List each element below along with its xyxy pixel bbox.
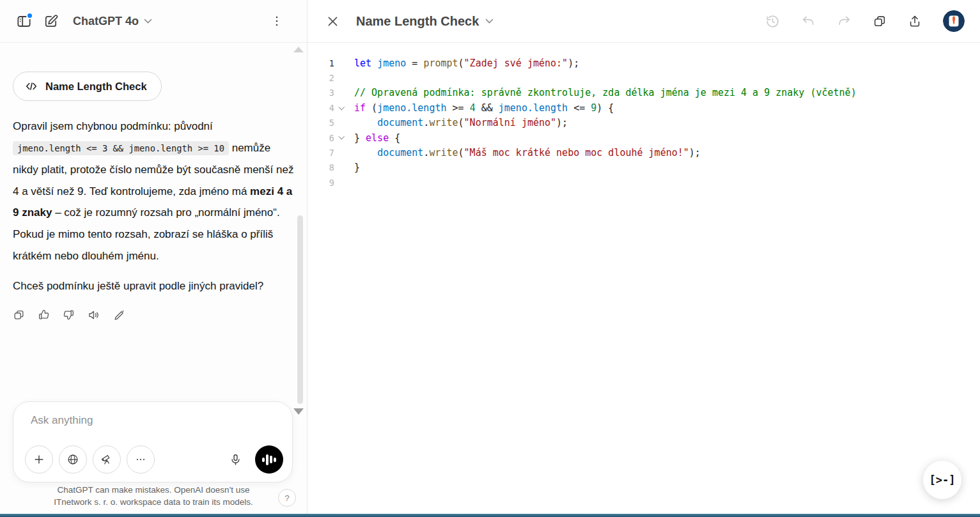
new-chat-icon (43, 13, 59, 29)
code-text: document.write("Máš moc krátké nebo moc … (354, 147, 701, 158)
edit-in-canvas-button[interactable] (113, 309, 126, 321)
chevron-down-icon (144, 19, 152, 24)
waveform-bar (270, 456, 272, 463)
chevron-down-icon (485, 19, 494, 24)
message-text: Opravil jsem chybnou podmínku: původní (13, 120, 213, 132)
code-text: } (354, 162, 360, 173)
code-text: if (jmeno.length >= 4 && jmeno.length <=… (354, 102, 614, 114)
code-text: } else { (354, 132, 400, 144)
chat-panel: ChatGPT 4o Name Length Check (0, 0, 307, 514)
attach-button[interactable] (25, 445, 53, 474)
code-line[interactable]: 3// Opravená podmínka: správně zkontrolu… (318, 86, 980, 100)
code-line[interactable]: 9 (318, 175, 980, 190)
scrollbar-thumb[interactable] (297, 215, 303, 404)
close-icon (326, 15, 339, 28)
close-canvas-button[interactable] (326, 15, 339, 28)
chat-header: ChatGPT 4o (0, 0, 307, 43)
canvas-card-button[interactable]: Name Length Check (13, 72, 162, 101)
console-button[interactable]: [>-] (923, 461, 961, 499)
model-selector[interactable]: ChatGPT 4o (73, 15, 152, 28)
history-icon (765, 14, 780, 29)
conversation-options-button[interactable] (270, 14, 284, 28)
line-number: 8 (318, 162, 334, 173)
canvas-title: Name Length Check (356, 14, 479, 29)
notification-dot (26, 12, 33, 19)
share-button[interactable] (908, 14, 922, 28)
message-text: – což je rozumný rozsah pro „normální jm… (13, 206, 280, 261)
chat-input[interactable] (31, 414, 275, 427)
plus-icon (33, 453, 45, 466)
composer (13, 401, 293, 482)
code-editor[interactable]: 1let jmeno = prompt("Zadej své jméno:");… (307, 43, 980, 190)
line-number: 7 (318, 148, 334, 158)
redo-icon (837, 14, 852, 29)
line-number: 6 (318, 133, 334, 143)
thumbs-up-icon (38, 309, 50, 321)
assistant-message: Opravil jsem chybnou podmínku: původní j… (13, 116, 295, 266)
copy-icon (873, 14, 887, 28)
undo-icon (801, 14, 816, 29)
canvas-card-label: Name Length Check (45, 81, 147, 93)
kebab-menu-icon (270, 14, 284, 28)
composer-toolbar (25, 445, 283, 474)
line-number: 3 (318, 88, 334, 98)
code-line[interactable]: 2 (318, 70, 980, 85)
redo-button[interactable] (837, 14, 852, 29)
code-line[interactable]: 6} else { (318, 130, 980, 145)
code-text: let jmeno = prompt("Zadej své jméno:"); (354, 58, 579, 69)
waveform-bar (266, 454, 268, 465)
canvas-toolbar (765, 10, 965, 32)
web-search-button[interactable] (59, 445, 87, 474)
voice-mode-button[interactable] (255, 445, 283, 474)
copy-icon (13, 309, 25, 321)
line-number: 9 (318, 178, 334, 188)
chat-messages: Name Length Check Opravil jsem chybnou p… (0, 43, 307, 398)
version-history-button[interactable] (765, 14, 780, 29)
dictate-button[interactable] (221, 445, 249, 474)
canvas-header: Name Length Check (307, 0, 980, 43)
scroll-down-arrow[interactable] (293, 408, 304, 415)
line-number: 2 (318, 73, 334, 83)
fold-chevron-icon[interactable] (334, 107, 348, 109)
sidebar-toggle-button[interactable] (13, 10, 35, 32)
code-line[interactable]: 5 document.write("Normální jméno"); (318, 116, 980, 130)
ellipsis-icon (134, 453, 147, 466)
chat-footer: ChatGPT can make mistakes. OpenAI doesn'… (0, 484, 307, 508)
assistant-message-question: Chceš podmínku ještě upravit podle jinýc… (13, 275, 295, 297)
deep-research-button[interactable] (93, 445, 121, 474)
new-chat-button[interactable] (43, 13, 59, 29)
disclaimer-text: ChatGPT can make mistakes. OpenAI doesn'… (41, 484, 266, 508)
code-line[interactable]: 7 document.write("Máš moc krátké nebo mo… (318, 145, 980, 160)
line-number: 5 (318, 118, 334, 128)
code-line[interactable]: 1let jmeno = prompt("Zadej své jméno:"); (318, 56, 980, 70)
copy-code-button[interactable] (873, 14, 887, 28)
avatar-icon (943, 10, 965, 32)
thumbs-up-button[interactable] (38, 309, 50, 321)
undo-button[interactable] (801, 14, 816, 29)
canvas-title-selector[interactable]: Name Length Check (356, 14, 494, 29)
canvas-panel: Name Length Check (307, 0, 980, 514)
telescope-icon (100, 453, 113, 466)
inline-code: jmeno.length <= 3 && jmeno.length >= 10 (13, 141, 229, 155)
model-label: ChatGPT 4o (73, 15, 139, 28)
waveform-bar (262, 458, 264, 462)
thumbs-down-button[interactable] (63, 309, 75, 321)
help-button[interactable]: ? (278, 489, 296, 507)
more-tools-button[interactable] (127, 445, 155, 474)
scroll-up-arrow[interactable] (293, 47, 304, 52)
message-actions (13, 309, 294, 321)
thumbs-down-icon (63, 309, 75, 321)
fold-chevron-icon[interactable] (334, 137, 348, 139)
globe-icon (66, 453, 79, 466)
code-icon (25, 80, 38, 93)
code-line[interactable]: 4if (jmeno.length >= 4 && jmeno.length <… (318, 100, 980, 115)
code-line[interactable]: 8} (318, 160, 980, 175)
read-aloud-button[interactable] (88, 309, 100, 321)
code-text: // Opravená podmínka: správně zkontroluj… (354, 87, 857, 98)
speaker-icon (88, 309, 100, 321)
workspace-avatar[interactable] (943, 10, 965, 32)
copy-response-button[interactable] (13, 309, 25, 321)
code-text: document.write("Normální jméno"); (354, 117, 568, 128)
microphone-icon (229, 453, 242, 467)
window-bottom-edge (0, 514, 980, 517)
